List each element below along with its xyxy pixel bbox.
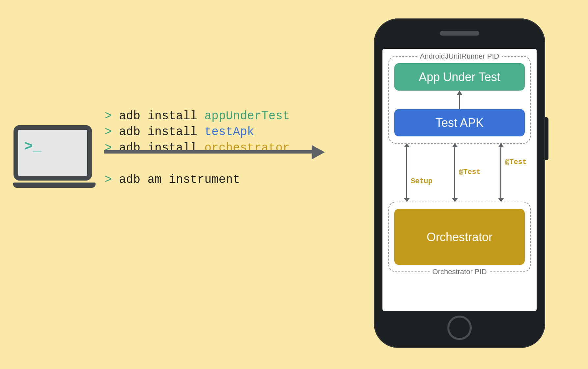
cmd2-arg: testApk (204, 125, 254, 139)
link-setup: Setup (406, 147, 407, 198)
orchestrator-links: Setup @Test @Test (388, 144, 531, 201)
link-test-1-label: @Test (459, 168, 481, 176)
orchestrator-box: Orchestrator (394, 209, 525, 265)
junit-runner-group: AndroidJUnitRunner PID App Under Test Te… (388, 56, 531, 144)
cmd2-prompt: > (105, 125, 119, 139)
phone-speaker (440, 31, 479, 36)
phone-icon: AndroidJUnitRunner PID App Under Test Te… (374, 18, 545, 348)
cmd1-base: adb install (119, 109, 204, 123)
laptop-base (13, 183, 96, 188)
laptop-icon: >_ (13, 125, 92, 188)
link-test-2-label: @Test (505, 158, 527, 166)
orchestrator-group-label: Orchestrator PID (430, 268, 489, 276)
cmd2-base: adb install (119, 125, 204, 139)
phone-side-button (545, 117, 548, 160)
cmd1-prompt: > (105, 109, 119, 123)
command-instrument: > adb am instrument (105, 159, 240, 186)
junit-runner-label: AndroidJUnitRunner PID (417, 52, 502, 61)
cmd4-prompt: > (105, 173, 119, 186)
orchestrator-group: Orchestrator Orchestrator PID (388, 202, 531, 272)
cmd1-arg: appUnderTest (204, 109, 290, 123)
link-setup-label: Setup (411, 177, 433, 185)
terminal-prompt-icon: >_ (24, 138, 42, 155)
test-apk-box: Test APK (394, 109, 525, 136)
link-test-1: @Test (454, 147, 455, 198)
link-test-2: @Test (500, 147, 501, 198)
cmd4-base: adb am instrument (119, 173, 240, 186)
laptop-screen: >_ (14, 125, 92, 181)
phone-screen: AndroidJUnitRunner PID App Under Test Te… (382, 49, 537, 311)
app-test-arrow (394, 91, 525, 109)
flow-arrow (104, 147, 325, 157)
app-under-test-box: App Under Test (394, 63, 525, 91)
phone-home-button (447, 316, 472, 340)
